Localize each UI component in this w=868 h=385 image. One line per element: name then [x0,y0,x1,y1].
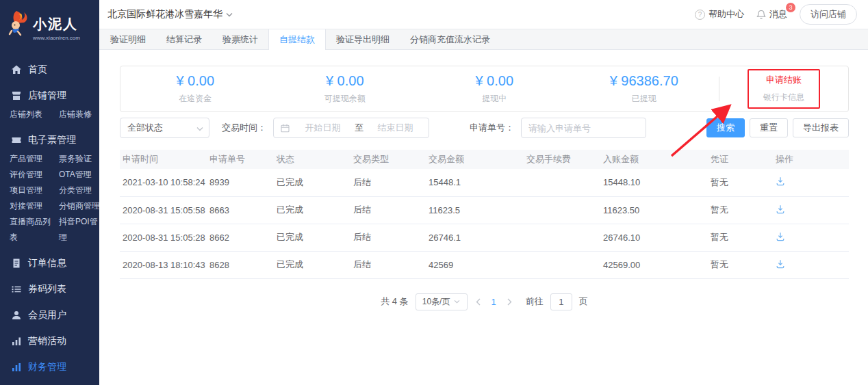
page-number-current[interactable]: 1 [489,297,499,307]
next-page-button[interactable] [506,298,513,306]
tab-verify-detail[interactable]: 验证明细 [100,29,156,49]
brand-text: 小泥人 www.xiaoniren.com [33,10,80,41]
sidebar-subitem[interactable]: 抖音POI管理 [59,214,99,245]
page: 小泥人 www.xiaoniren.com 首页 店铺管理 店铺列表 [0,0,868,385]
sidebar-subitem[interactable]: 产品管理 [10,151,51,167]
bar-chart-icon [11,336,22,347]
reset-button[interactable]: 重置 [750,118,788,137]
sidebar-subitem[interactable]: 评价管理 [10,167,51,183]
table-row: 2021-03-10 10:58:24 8939 已完成 后结 15448.1 … [120,169,849,196]
topbar-right: ? 帮助中心 消息 3 访问店铺 [695,4,857,25]
page-unit-label: 页 [579,295,588,308]
download-icon[interactable] [776,259,785,269]
sidebar-subitem[interactable]: 项目管理 [10,183,51,198]
logo[interactable]: 小泥人 www.xiaoniren.com [0,0,99,47]
tab-settlement-records[interactable]: 结算记录 [156,29,212,49]
sidebar-item-label: 会员用户 [28,309,66,321]
messages-label: 消息 [769,8,787,21]
order-no-input[interactable] [521,118,646,138]
summary-stats: ¥ 0.00 在途资金 ¥ 0.00 可提现余额 ¥ 0.00 提现中 ¥ 96… [120,73,719,105]
bank-card-info-link[interactable]: 银行卡信息 [749,92,819,103]
sidebar-subitem[interactable]: 票务验证 [59,151,99,167]
goto-page-input[interactable] [550,293,572,310]
finance-chart-icon [11,362,22,373]
filter-bar: 全部状态 交易时间： 开始日期 至 结束日期 申请单号： [120,118,849,138]
settlement-table: 申请时间 申请单号 状态 交易类型 交易金额 交易手续费 入账金额 凭证 操作 … [120,150,849,279]
sidebar-subitem[interactable]: OTA管理 [59,167,99,183]
chevron-down-icon [226,12,233,17]
storefront-icon [11,90,22,101]
download-icon[interactable] [776,176,785,186]
cell-amount: 26746.1 [426,224,524,251]
cell-order-no: 8662 [207,224,274,251]
table-row: 2020-08-31 15:05:28 8662 已完成 后结 26746.1 … [120,224,849,251]
stat-label: 在途资金 [120,93,270,105]
sidebar-subitem[interactable]: 店铺装修 [59,107,99,122]
sidebar-sublist-eticket: 产品管理 票务验证 评价管理 OTA管理 项目管理 分类管理 对接管理 分销商管… [0,151,99,245]
user-icon [11,310,22,321]
sidebar-subitem[interactable]: 直播商品列表 [10,214,51,245]
sidebar-item-finance[interactable]: 财务管理 [0,359,99,375]
sidebar-item-members[interactable]: 会员用户 [0,307,99,323]
table-row: 2020-08-13 18:10:43 8628 已完成 后结 42569 42… [120,251,849,278]
col-order-no: 申请单号 [207,150,274,169]
sidebar-subitem[interactable]: 分销商管理 [59,198,99,214]
sidebar-item-marketing[interactable]: 营销活动 [0,333,99,349]
messages-link[interactable]: 消息 3 [756,8,787,21]
sidebar-item-coupon-list[interactable]: 券码列表 [0,281,99,297]
tab-verify-export-detail[interactable]: 验证导出明细 [326,29,400,49]
help-center-link[interactable]: ? 帮助中心 [695,8,744,21]
download-icon[interactable] [776,204,785,214]
col-trade-type: 交易类型 [350,150,426,169]
sidebar-item-label: 店铺管理 [28,90,66,102]
date-range-picker[interactable]: 开始日期 至 结束日期 [273,118,429,138]
cell-time: 2020-08-31 15:05:58 [120,196,207,224]
apply-settlement-link[interactable]: 申请结账 [749,74,819,86]
download-icon[interactable] [776,232,785,241]
date-range-separator: 至 [350,122,368,134]
sidebar-subitem[interactable]: 分类管理 [59,183,99,198]
sidebar-subitem[interactable]: 店铺列表 [10,107,51,122]
sidebar-item-orders[interactable]: 订单信息 [0,255,99,271]
cell-type: 后结 [350,251,426,278]
cell-order-no: 8663 [207,196,274,224]
col-trade-fee: 交易手续费 [524,150,600,169]
page-size-select[interactable]: 10条/页 [416,293,468,310]
status-select[interactable]: 全部状态 [120,118,209,138]
cell-type: 后结 [350,169,426,196]
list-icon [11,284,22,295]
tab-distributor-recharge-records[interactable]: 分销商充值流水记录 [400,29,500,49]
visit-shop-button[interactable]: 访问店铺 [800,4,857,25]
col-actions: 操作 [773,150,849,169]
help-center-label: 帮助中心 [709,8,744,21]
cell-credited: 15448.10 [600,169,708,196]
calendar-icon [281,124,290,133]
export-report-button[interactable]: 导出报表 [793,118,849,137]
cell-status: 已完成 [274,169,350,196]
stat-in-transit: ¥ 0.00 在途资金 [120,73,270,105]
cell-amount: 15448.1 [426,169,524,196]
stat-value: ¥ 0.00 [270,73,420,89]
prev-page-button[interactable] [474,298,482,306]
sidebar-item-shop-mgmt[interactable]: 店铺管理 [0,88,99,104]
search-button[interactable]: 搜索 [706,118,745,137]
col-trade-amount: 交易金额 [426,150,524,169]
sidebar-subitem[interactable]: 对接管理 [10,198,51,214]
tab-ticket-stats[interactable]: 验票统计 [212,29,268,49]
cell-fee [524,196,600,224]
sidebar-sublist-shop: 店铺列表 店铺装修 [0,107,99,122]
sidebar-item-eticket-mgmt[interactable]: 电子票管理 [0,132,99,148]
chevron-down-icon [196,123,203,133]
cell-voucher: 暂无 [708,169,773,196]
store-selector[interactable]: 北京国际鲜花港冰雪嘉年华 [107,8,233,21]
sidebar-item-label: 电子票管理 [28,134,76,146]
tab-self-pickup-settlement[interactable]: 自提结款 [268,29,326,50]
col-voucher: 凭证 [708,150,773,169]
sidebar-item-home[interactable]: 首页 [0,62,99,78]
sidebar-item-label: 营销活动 [28,335,66,347]
filter-buttons: 搜索 重置 导出报表 [706,118,849,137]
tab-bar: 验证明细 结算记录 验票统计 自提结款 验证导出明细 分销商充值流水记录 [99,29,868,50]
brand-name: 小泥人 [33,15,80,34]
end-date-placeholder: 结束日期 [368,122,423,134]
cell-fee [524,251,600,278]
